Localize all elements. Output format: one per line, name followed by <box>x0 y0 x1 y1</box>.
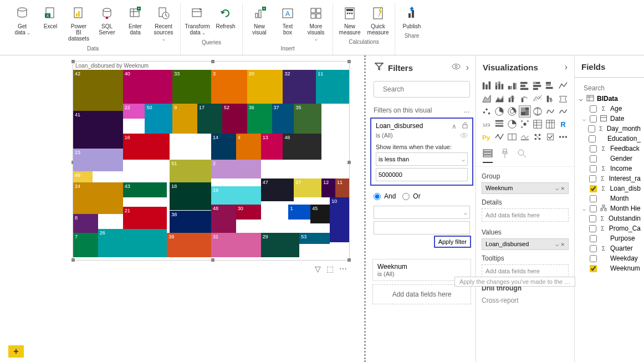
treemap-cell[interactable]: 53 <box>299 233 330 244</box>
treemap-cell[interactable]: 1 <box>288 205 310 220</box>
treemap-cell[interactable]: 51 <box>170 160 211 182</box>
treemap-cell[interactable]: 45 <box>310 205 330 223</box>
viz-type-icon[interactable] <box>493 105 505 118</box>
treemap-cell[interactable]: 38 <box>170 211 211 233</box>
treemap-visual[interactable]: Loan_disbursed by Weeknum 42403332032112… <box>73 61 350 261</box>
treemap-cell[interactable]: 36 <box>247 104 272 134</box>
treemap-cell[interactable]: 22 <box>123 104 145 119</box>
treemap-cell[interactable]: 39 <box>167 233 211 257</box>
treemap-cell[interactable]: 12 <box>321 179 335 197</box>
ribbon-item[interactable]: Power BIdatasets <box>65 3 92 44</box>
treemap-cell[interactable]: 30 <box>236 205 261 220</box>
field-item[interactable]: ΣPromo_Ca <box>577 223 642 233</box>
table-node[interactable]: ⌵BIData <box>577 94 642 104</box>
viz-type-icon[interactable] <box>557 105 569 118</box>
collapse-icon[interactable]: ∧ <box>452 123 457 130</box>
viz-type-icon[interactable] <box>493 118 505 130</box>
treemap-cell[interactable]: 33 <box>172 70 211 104</box>
field-item[interactable]: ΣAge <box>577 104 642 114</box>
field-checkbox[interactable] <box>590 105 597 113</box>
treemap-cell[interactable]: 7 <box>73 233 98 257</box>
ribbon-item[interactable]: SQLServer <box>94 3 120 44</box>
viz-type-icon[interactable] <box>531 93 544 105</box>
viz-type-icon[interactable] <box>506 80 518 92</box>
viz-type-icon[interactable]: 123 <box>481 118 493 130</box>
treemap-cell[interactable]: 50 <box>145 104 172 134</box>
field-item[interactable]: Weeknum <box>577 263 642 273</box>
field-checkbox[interactable] <box>589 135 596 142</box>
expand-icon[interactable]: › <box>565 62 568 72</box>
filter-value2-input[interactable] <box>374 221 470 234</box>
treemap-cell[interactable]: 16 <box>123 134 170 160</box>
viz-type-icon[interactable] <box>557 131 569 143</box>
treemap-cell[interactable]: 11 <box>316 70 349 104</box>
filter-drop-zone[interactable]: Add data fields here <box>372 284 471 304</box>
treemap-cell[interactable]: 24 <box>73 182 123 214</box>
viz-type-icon[interactable] <box>519 118 531 130</box>
viz-type-icon[interactable] <box>544 105 556 118</box>
ribbon-item[interactable]: ATextbox <box>274 3 301 44</box>
treemap-cell[interactable]: 42 <box>73 70 123 111</box>
viz-type-icon[interactable]: R <box>557 118 569 130</box>
treemap-cell[interactable]: 43 <box>123 182 167 197</box>
viz-type-icon[interactable] <box>531 105 544 118</box>
filter-search-input[interactable] <box>383 85 466 93</box>
ribbon-item[interactable]: +Newvisual <box>246 3 273 44</box>
treemap-cell[interactable]: 10 <box>330 197 349 242</box>
field-checkbox[interactable] <box>589 215 596 222</box>
treemap-cell[interactable]: 17 <box>197 104 222 134</box>
treemap-cell[interactable]: 47 <box>261 179 294 201</box>
fields-tab-icon[interactable] <box>483 149 493 163</box>
field-item[interactable]: ⌵Month Hie <box>577 203 642 213</box>
field-item[interactable]: ΣOutstandin <box>577 213 642 223</box>
ribbon-item[interactable]: Newmeasure <box>336 3 363 37</box>
viz-type-icon[interactable] <box>519 105 531 118</box>
viz-type-icon[interactable] <box>506 131 518 143</box>
viz-type-icon[interactable] <box>481 93 493 105</box>
lock-icon[interactable] <box>461 123 468 130</box>
ribbon-item[interactable]: Morevisuals ⌵ <box>303 3 329 44</box>
ribbon-item[interactable]: Publish <box>398 3 425 31</box>
treemap-cell[interactable]: 23 <box>73 149 123 171</box>
viz-type-icon[interactable] <box>531 118 544 130</box>
viz-type-icon[interactable] <box>557 80 569 92</box>
viz-type-icon[interactable] <box>544 118 556 130</box>
treemap-cell[interactable]: 27 <box>294 179 321 197</box>
field-item[interactable]: ΣLoan_disb <box>577 183 642 193</box>
field-item[interactable]: ⌵Date <box>577 114 642 124</box>
treemap-cell[interactable]: 41 <box>73 111 123 149</box>
details-drop[interactable]: Add data fields here <box>482 208 569 222</box>
treemap-cell[interactable]: 26 <box>98 229 167 257</box>
viz-type-icon[interactable] <box>531 80 544 92</box>
eye-icon[interactable] <box>452 63 461 73</box>
field-checkbox[interactable] <box>590 255 597 262</box>
more-icon[interactable]: ⋯ <box>339 264 347 273</box>
or-radio[interactable] <box>402 193 410 200</box>
fields-search-input[interactable] <box>584 84 644 92</box>
treemap-cell[interactable]: 19 <box>211 186 261 205</box>
field-item[interactable]: ΣDay_month <box>577 124 642 134</box>
treemap-cell[interactable]: 29 <box>261 233 300 257</box>
treemap-cell[interactable]: 2 <box>211 160 261 179</box>
viz-type-icon[interactable] <box>493 93 505 105</box>
viz-type-icon[interactable] <box>544 80 556 92</box>
group-field[interactable]: Weeknum ⌵ ✕ <box>482 182 569 194</box>
ribbon-item[interactable]: +Enterdata <box>122 3 149 44</box>
field-checkbox[interactable] <box>589 225 596 232</box>
and-radio[interactable] <box>374 193 381 200</box>
field-checkbox[interactable] <box>590 165 597 172</box>
field-item[interactable]: Purpose <box>577 233 642 243</box>
field-checkbox[interactable] <box>590 245 597 252</box>
treemap-cell[interactable]: 20 <box>247 70 283 104</box>
treemap-cell[interactable]: 21 <box>123 207 167 230</box>
field-item[interactable]: ΣFeedback <box>577 144 642 154</box>
treemap-cell[interactable]: 31 <box>211 233 261 257</box>
field-item[interactable]: Education_ <box>577 134 642 144</box>
treemap-cell[interactable]: 11 <box>335 179 349 197</box>
field-checkbox[interactable] <box>590 115 597 123</box>
expand-icon[interactable]: › <box>466 63 469 73</box>
viz-type-icon[interactable] <box>493 80 505 92</box>
field-item[interactable]: ΣQuarter <box>577 243 642 253</box>
treemap-cell[interactable]: 48 <box>211 205 236 234</box>
field-checkbox[interactable] <box>590 195 597 202</box>
